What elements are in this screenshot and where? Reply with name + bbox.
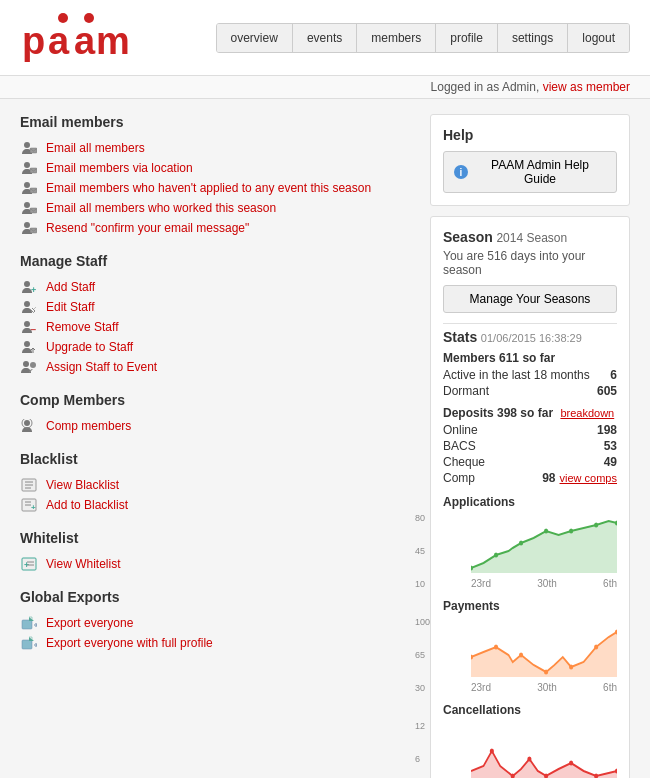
help-guide-button[interactable]: i PAAM Admin Help Guide	[443, 151, 617, 193]
tab-settings[interactable]: settings	[498, 24, 568, 52]
payments-chart: 100 65 30	[443, 617, 617, 693]
add-staff[interactable]: + Add Staff	[20, 277, 415, 297]
season-title: Season	[443, 229, 493, 245]
nav-tabs: overview events members profile settings…	[216, 23, 630, 53]
payments-y-labels: 100 65 30	[415, 617, 430, 693]
resend-confirm-email[interactable]: Resend "confirm your email message"	[20, 218, 415, 238]
cheque-value: 49	[604, 455, 617, 469]
cancellations-chart: 12 6 1	[443, 721, 617, 778]
edit-staff[interactable]: Edit Staff	[20, 297, 415, 317]
header: p a a m overview events members profile …	[0, 0, 650, 76]
svg-point-48	[594, 523, 598, 528]
right-panel: Help i PAAM Admin Help Guide Season 2014…	[430, 114, 630, 778]
svg-rect-13	[30, 208, 37, 213]
section-whitelist: Whitelist	[20, 530, 415, 546]
cancellations-svg	[471, 721, 617, 778]
payments-chart-title: Payments	[443, 599, 617, 613]
tab-members[interactable]: members	[357, 24, 436, 52]
payments-svg	[471, 617, 617, 677]
assign-staff-to-event[interactable]: Assign Staff to Event	[20, 357, 415, 377]
upgrade-to-staff[interactable]: Upgrade to Staff	[20, 337, 415, 357]
resend-confirm-label: Resend "confirm your email message"	[46, 221, 249, 235]
active-value: 6	[610, 368, 617, 382]
export-icon	[20, 616, 38, 630]
view-as-member-link[interactable]: view as member	[543, 80, 630, 94]
left-panel: Email members Email all members	[20, 114, 415, 778]
comp-value: 98 view comps	[542, 471, 617, 485]
email-via-location[interactable]: Email members via location	[20, 158, 415, 178]
svg-text:p: p	[22, 20, 45, 62]
svg-rect-7	[30, 148, 37, 153]
svg-rect-40	[22, 640, 32, 649]
cancellations-chart-title: Cancellations	[443, 703, 617, 717]
active-stat-row: Active in the last 18 months 6	[443, 368, 617, 382]
help-title: Help	[443, 127, 617, 143]
manage-seasons-button[interactable]: Manage Your Seasons	[443, 285, 617, 313]
logo: p a a m	[20, 10, 130, 65]
email-all-members-label: Email all members	[46, 141, 145, 155]
edit-staff-label: Edit Staff	[46, 300, 94, 314]
svg-point-18	[24, 301, 30, 307]
comp-members[interactable]: Comp members	[20, 416, 415, 436]
deposits-header: Deposits 398 so far breakdown	[443, 406, 617, 420]
stats-divider	[443, 323, 617, 324]
online-label: Online	[443, 423, 478, 437]
tab-logout[interactable]: logout	[568, 24, 629, 52]
svg-point-10	[24, 182, 30, 188]
svg-point-45	[519, 541, 523, 546]
online-value: 198	[597, 423, 617, 437]
svg-rect-11	[30, 188, 37, 193]
svg-point-56	[594, 645, 598, 650]
svg-point-53	[519, 653, 523, 658]
cheque-stat-row: Cheque 49	[443, 455, 617, 469]
svg-point-14	[24, 222, 30, 228]
season-year: 2014 Season	[496, 231, 567, 245]
email-worked-season[interactable]: Email all members who worked this season	[20, 198, 415, 218]
stats-header: Stats 01/06/2015 16:38:29	[443, 329, 617, 345]
svg-point-4	[58, 13, 68, 23]
applications-x-labels: 23rd 30th 6th	[471, 578, 617, 589]
export-everyone[interactable]: Export everyone	[20, 613, 415, 633]
svg-point-52	[494, 645, 498, 650]
info-icon: i	[454, 165, 468, 179]
section-global-exports: Global Exports	[20, 589, 415, 605]
email-all-members[interactable]: Email all members	[20, 138, 415, 158]
person-edit-icon	[20, 300, 38, 314]
section-manage-staff: Manage Staff	[20, 253, 415, 269]
dormant-label: Dormant	[443, 384, 489, 398]
breakdown-link[interactable]: breakdown	[560, 407, 614, 419]
svg-point-59	[490, 749, 494, 754]
person-email-icon-4	[20, 201, 38, 215]
remove-staff[interactable]: – Remove Staff	[20, 317, 415, 337]
view-blacklist-label: View Blacklist	[46, 478, 119, 492]
stats-box: Season 2014 Season You are 516 days into…	[430, 216, 630, 778]
add-to-blacklist[interactable]: + Add to Blacklist	[20, 495, 415, 515]
tab-profile[interactable]: profile	[436, 24, 498, 52]
svg-point-21	[24, 341, 30, 347]
dormant-stat-row: Dormant 605	[443, 384, 617, 398]
main-content: Email members Email all members	[0, 99, 650, 778]
online-stat-row: Online 198	[443, 423, 617, 437]
applications-chart-title: Applications	[443, 495, 617, 509]
export-everyone-full[interactable]: Export everyone with full profile	[20, 633, 415, 653]
stats-title: Stats	[443, 329, 477, 345]
svg-text:+: +	[31, 503, 36, 512]
view-whitelist[interactable]: + View Whitelist	[20, 554, 415, 574]
help-guide-label: PAAM Admin Help Guide	[474, 158, 606, 186]
tab-overview[interactable]: overview	[217, 24, 293, 52]
applications-y-labels: 80 45 10	[415, 513, 425, 589]
svg-rect-9	[30, 168, 37, 173]
members-header: Members 611 so far	[443, 351, 617, 365]
view-blacklist[interactable]: View Blacklist	[20, 475, 415, 495]
svg-rect-38	[22, 620, 32, 629]
bacs-label: BACS	[443, 439, 476, 453]
svg-point-44	[494, 553, 498, 558]
tab-events[interactable]: events	[293, 24, 357, 52]
comp-label: Comp	[443, 471, 475, 485]
remove-staff-label: Remove Staff	[46, 320, 118, 334]
paam-logo: p a a m	[20, 10, 130, 65]
view-comps-link[interactable]: view comps	[560, 472, 617, 484]
email-worked-season-label: Email all members who worked this season	[46, 201, 276, 215]
login-bar: Logged in as Admin, view as member	[0, 76, 650, 99]
email-not-applied[interactable]: Email members who haven't applied to any…	[20, 178, 415, 198]
